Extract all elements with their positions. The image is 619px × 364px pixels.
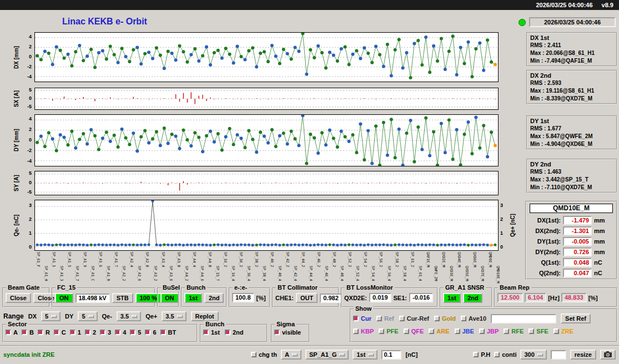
bunch-dropdown[interactable]: 1st <box>353 350 378 360</box>
toggle-b[interactable]: B <box>22 329 34 336</box>
monitor-unit: mm <box>594 238 605 245</box>
x-axis-label: QMD10E_M <box>496 266 500 283</box>
status-indicator-light <box>519 19 526 26</box>
sector-items: ABRC123456BT <box>6 329 176 336</box>
tick-label: 3 <box>29 203 32 208</box>
x-axis-label: SP_46_4 <box>324 266 328 281</box>
toggle-label: QFE <box>411 328 424 335</box>
toggle-visible[interactable]: visible <box>274 329 301 336</box>
monitor-row: Q(2nd): 0.047 nC <box>529 267 614 278</box>
gr-a1-2nd-button[interactable]: 2nd <box>463 293 483 303</box>
qe-plus-axis-title: Qe+ [nC] <box>509 200 516 251</box>
toggle-5[interactable]: 5 <box>130 329 141 336</box>
replot-button[interactable]: Replot <box>191 311 219 321</box>
extra-input[interactable] <box>551 350 566 360</box>
toggle-label: visible <box>282 329 301 336</box>
range-dx-dropdown[interactable]: 5 <box>41 311 61 321</box>
toggle-ref[interactable]: Ref <box>376 315 394 322</box>
ph-toggle[interactable]: P.H <box>473 351 490 358</box>
toggle-zre[interactable]: ZRE <box>553 328 573 335</box>
toggle-bt[interactable]: BT <box>160 329 177 336</box>
range-dy-dropdown[interactable]: 5 <box>78 311 97 321</box>
x-axis-label: SP_A1_9 <box>83 252 87 267</box>
chg-th-toggle[interactable]: chg th <box>251 351 277 358</box>
fc15-stb-button[interactable]: STB <box>112 293 133 303</box>
checkbox <box>429 328 434 334</box>
toggle-gold[interactable]: Gold <box>434 315 456 322</box>
tick-label: 2 <box>29 127 32 132</box>
toggle-pfe[interactable]: PFE <box>379 328 398 335</box>
set-ref-button[interactable]: Set Ref <box>561 314 591 323</box>
toggle-1[interactable]: 1 <box>70 329 81 336</box>
tick-label: 3 <box>500 203 503 208</box>
tick-label: 0 <box>29 95 32 101</box>
toggle-cur-ref[interactable]: Cur-Ref <box>399 315 429 322</box>
bunch-2nd-button[interactable]: 2nd <box>204 293 224 303</box>
toggle-jbe[interactable]: JBE <box>455 328 474 335</box>
x-axis-label: SP_16_4 <box>231 266 235 281</box>
toggle-are[interactable]: ARE <box>429 328 449 335</box>
dx-1st-stats: DX 1st RMS : 2.411 Max : 20.066@S8_61_H1… <box>526 32 617 67</box>
x-axis-label: SP_A1_7 <box>75 266 79 281</box>
tick-label: 0 <box>500 244 503 250</box>
stats-title: DX 1st <box>530 34 613 42</box>
toggle-2nd[interactable]: 2nd <box>225 329 244 336</box>
toggle-label: B <box>29 329 34 336</box>
monitor-title: QMD10E_M <box>530 204 613 213</box>
toggle-label: PFE <box>386 328 398 335</box>
checkbox <box>70 330 76 335</box>
stats-min: Min : -8.339@QXD7E_M <box>530 95 613 103</box>
ref-name-input[interactable] <box>491 314 556 323</box>
fc15-on-button[interactable]: ON <box>55 293 73 303</box>
che1-out-button[interactable]: OUT <box>296 293 318 303</box>
beam-rep-hz-label: [Hz] <box>548 295 560 301</box>
resize-button[interactable]: resize <box>570 350 596 360</box>
gr-a1-1st-button[interactable]: 1st <box>443 293 461 303</box>
toggle-r[interactable]: R <box>38 329 50 336</box>
toggle-label: R <box>46 329 50 336</box>
count-dropdown[interactable]: 300 <box>520 350 546 360</box>
toggle-kbp[interactable]: KBP <box>353 328 374 335</box>
dx-2nd-stats: DX 2nd RMS : 2.593 Max : 19.116@S8_61_H1… <box>526 70 617 104</box>
toggle-c[interactable]: C <box>54 329 66 336</box>
beam-gate-close-button-1[interactable]: Close <box>6 293 31 303</box>
threshold-input[interactable] <box>381 350 401 360</box>
range-qe-plus-dropdown[interactable]: 3.5 <box>162 311 186 321</box>
x-axis-label: SP_46_2 <box>316 252 320 267</box>
che1-label: CHE1: <box>275 295 294 301</box>
x-axis-label: SP_40_4 <box>278 266 281 281</box>
x-axis-label: QWFE_2M <box>434 266 437 281</box>
dropdown-indicator-icon <box>368 353 374 356</box>
toggle-rfe[interactable]: RFE <box>504 328 524 335</box>
toggle-6[interactable]: 6 <box>145 329 156 336</box>
stats-rms: RMS : 1.677 <box>530 125 613 133</box>
element-dropdown[interactable]: SP_A1_G <box>305 350 349 360</box>
gr-a1-snsr-group: GR_A1 SNSR 1st 2nd <box>440 287 492 307</box>
toggle-4[interactable]: 4 <box>115 329 126 336</box>
busel-on-button[interactable]: ON <box>160 293 179 303</box>
toggle-1st[interactable]: 1st <box>203 329 220 336</box>
sector-title: Sector <box>6 321 28 327</box>
toggle-sfe[interactable]: SFE <box>529 328 548 335</box>
range-qe-minus-dropdown[interactable]: 3.5 <box>117 311 141 321</box>
x-axis-label: SP_A3_8 <box>177 252 180 267</box>
channel-dropdown[interactable]: A <box>281 350 301 360</box>
toggle-cur[interactable]: Cur <box>353 315 371 322</box>
snapshot-button[interactable] <box>600 350 616 360</box>
stats-max: Max : 19.116@S8_61_H1 <box>530 87 613 95</box>
bunch-1st-button[interactable]: 1st <box>184 293 202 303</box>
toggle-2[interactable]: 2 <box>85 329 96 336</box>
status-bar: syncdata init ZRE chg th A SP_A1_G 1st [… <box>0 345 619 364</box>
toggle-qfe[interactable]: QFE <box>404 328 424 335</box>
checkbox <box>6 330 11 335</box>
range-dx-value: 5 <box>45 313 48 320</box>
tick-label: 0 <box>29 180 32 185</box>
toggle-a[interactable]: A <box>6 329 18 336</box>
tick-label: -2 <box>27 64 32 69</box>
toggle-3[interactable]: 3 <box>100 329 111 336</box>
toggle-jbp[interactable]: JBP <box>479 328 499 335</box>
tick-label: 4 <box>29 34 32 39</box>
toggle-ave10[interactable]: Ave10 <box>461 315 486 322</box>
x-axis-label: SP_56_2 <box>379 252 383 267</box>
conti-toggle[interactable]: conti <box>494 351 516 358</box>
